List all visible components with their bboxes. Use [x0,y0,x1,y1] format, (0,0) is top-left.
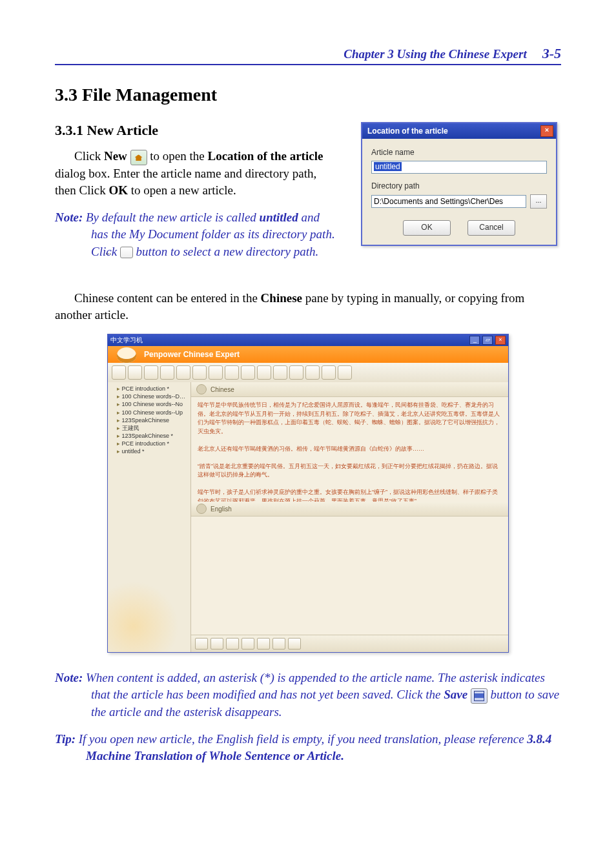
sidebar-item[interactable]: 100 Chinese words--No [110,400,188,408]
sidebar-item[interactable]: 123SpeakChinese * [110,432,188,440]
subsection-heading: 3.3.1 New Article [55,122,335,139]
section-heading: 3.3 File Management [55,85,561,105]
toolbar-button[interactable] [225,365,239,380]
toolbar-button[interactable] [322,365,336,380]
chinese-label: Chinese [210,386,234,393]
browse-icon: ... [120,247,133,258]
app-brand-text: Penpower Chinese Expert [144,350,240,359]
toolbar-button[interactable] [192,365,207,380]
toolbar-button[interactable] [128,365,142,380]
app-screenshot: 中文学习机 _ ▱ × Penpower Chinese Expert [107,334,509,653]
directory-path-label: Directory path [371,181,547,190]
article-name-value: untitled [374,162,402,171]
window-titlebar: 中文学习机 _ ▱ × [108,334,508,346]
bottom-button[interactable] [257,638,270,650]
note-asterisk: Note: When content is added, an asterisk… [55,670,561,721]
note-label: Note: [55,671,86,684]
sidebar-item[interactable]: PCE introduction * [110,440,188,447]
text: By default the new article is called [86,210,260,224]
english-pane[interactable] [191,517,508,635]
note-default-article: Note: By default the new article is call… [55,209,335,260]
browse-button[interactable]: ... [530,194,547,209]
cancel-button[interactable]: Cancel [467,220,515,236]
maximize-icon[interactable]: ▱ [482,336,493,345]
toolbar-button[interactable] [257,365,271,380]
window-buttons: _ ▱ × [469,336,506,345]
chapter-title: Chapter 3 Using the Chinese Expert [344,47,526,61]
bottom-button[interactable] [288,638,301,650]
sidebar-item[interactable]: 王建民 [110,424,188,432]
english-pane-header: English [191,502,508,517]
sidebar: PCE introduction * 100 Chinese words--Do… [108,382,191,652]
chinese-pane-header: Chinese [191,382,508,397]
toolbar-button[interactable] [338,365,352,380]
dialog-close-button[interactable]: × [540,125,553,137]
ok-button[interactable]: OK [403,220,451,236]
text-bold-save: Save [444,688,467,701]
text-bold-new: New [104,149,127,163]
sidebar-item[interactable]: 100 Chinese words--Down [110,393,188,400]
text: Chinese content can be entered in the [74,291,261,305]
paragraph-chinese-pane: Chinese content can be entered in the Ch… [55,290,561,323]
bottom-button[interactable] [241,638,254,650]
running-header: Chapter 3 Using the Chinese Expert 3-5 [55,45,561,65]
bottom-button[interactable] [272,638,285,650]
page-number: 3-5 [542,45,561,62]
sidebar-item[interactable]: untitled * [110,447,188,455]
text: Click [74,149,104,163]
bottom-button[interactable] [210,638,223,650]
text: to open the [150,149,207,163]
minimize-icon[interactable]: _ [469,336,480,345]
toolbar-button[interactable] [176,365,190,380]
bottom-toolbar [191,635,508,652]
app-toolbar [108,363,508,382]
toolbar-button[interactable] [273,365,287,380]
text-bold-untitled: untitled [260,210,298,224]
sidebar-item[interactable]: PCE introduction * [110,385,188,393]
dialog-titlebar: Location of the article × [362,123,556,139]
bottom-button[interactable] [226,638,239,650]
toolbar-button[interactable] [289,365,303,380]
text: button to select a new directory path. [133,245,318,258]
dialog-title: Location of the article [367,127,448,136]
bottom-button[interactable] [195,638,208,650]
note-label: Note: [55,210,86,224]
collapse-icon[interactable] [196,504,207,514]
text: to open a new article. [131,183,236,197]
sidebar-item[interactable]: 123SpeakChinese [110,416,188,424]
collapse-icon[interactable] [196,384,207,394]
sidebar-item[interactable]: 100 Chinese words--Up [110,409,188,416]
toolbar-button[interactable] [160,365,174,380]
save-icon [471,688,488,704]
text-bold-ok: OK [108,183,128,197]
article-name-input[interactable]: untitled [371,161,547,174]
window-title: 中文学习机 [110,336,143,345]
paragraph-new-article: Click New to open the Location of the ar… [55,148,335,199]
directory-path-input[interactable] [371,195,526,208]
tip-label: Tip: [55,732,79,746]
chinese-pane[interactable]: 端午节是中华民族传统节日，相传是为了纪念爱国诗人屈原而设。每逢端午，民间都有挂香… [191,397,508,502]
toolbar-button[interactable] [241,365,255,380]
toolbar-button[interactable] [209,365,223,380]
decorative-flower [108,581,179,652]
location-dialog: Location of the article × Article name u… [361,122,557,246]
article-name-label: Article name [371,148,547,157]
toolbar-button[interactable] [112,365,126,380]
new-icon [130,150,147,165]
close-icon[interactable]: × [495,336,506,345]
text-bold-chinese: Chinese [261,291,302,305]
tip-translation: Tip: If you open new article, the Englis… [55,731,561,764]
text: If you open new article, the English fie… [79,732,528,746]
toolbar-button[interactable] [305,365,320,380]
text-bold-location: Location of the article [208,149,323,163]
toolbar-button[interactable] [144,365,158,380]
english-label: English [210,506,232,513]
app-brand-bar: Penpower Chinese Expert [108,346,508,363]
